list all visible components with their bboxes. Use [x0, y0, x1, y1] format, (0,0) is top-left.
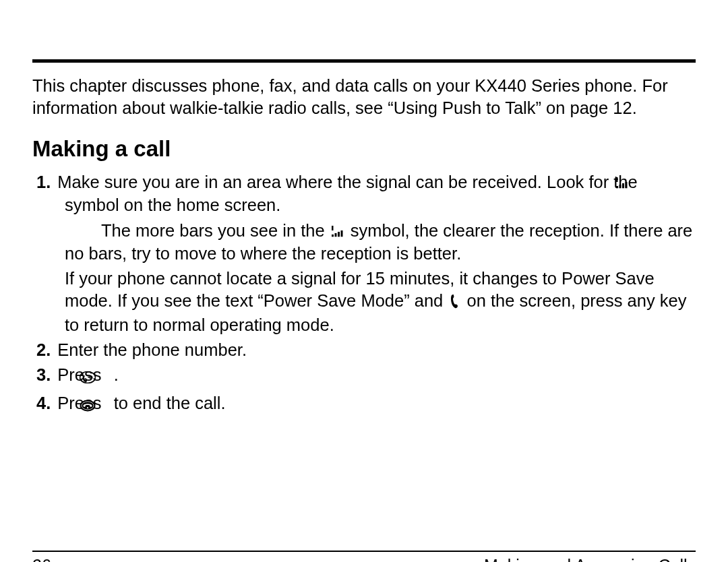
signal-icon	[331, 220, 344, 243]
step-1: 1.Make sure you are in an area where the…	[32, 171, 696, 216]
svg-point-10	[80, 372, 95, 383]
svg-rect-7	[334, 233, 336, 237]
page-footer: 26 Making and Answering Calls	[32, 551, 696, 562]
top-rule	[32, 59, 696, 63]
step-number: 1.	[36, 173, 51, 191]
sub1-a: The more bars you see in the	[101, 221, 330, 240]
svg-rect-0	[616, 177, 618, 182]
svg-rect-1	[616, 186, 618, 188]
page-number: 26	[32, 556, 51, 562]
step-4-b: to end the call.	[109, 394, 226, 412]
svg-rect-6	[332, 235, 334, 237]
step-1-sub-1: The more bars you see in the symbol, the…	[32, 220, 696, 265]
step-number: 4.	[36, 394, 51, 412]
step-1-a: Make sure you are in an area where the s…	[57, 173, 642, 191]
svg-rect-9	[340, 230, 342, 237]
step-2-text: Enter the phone number.	[57, 340, 247, 359]
section-heading: Making a call	[32, 136, 696, 162]
svg-rect-2	[619, 185, 621, 188]
svg-rect-5	[332, 226, 334, 230]
step-3-b: .	[109, 365, 119, 384]
phone-icon	[450, 292, 459, 314]
svg-point-13	[86, 407, 88, 408]
step-number: 3.	[36, 365, 51, 384]
bottom-rule	[32, 551, 696, 552]
step-1-b: symbol on the home screen.	[65, 195, 280, 214]
intro-paragraph: This chapter discusses phone, fax, and d…	[32, 75, 696, 119]
step-4: 4.Press to end the call.	[32, 392, 696, 417]
svg-rect-3	[622, 183, 624, 188]
step-3: 3.Press .	[32, 364, 696, 389]
step-number: 2.	[36, 340, 51, 359]
svg-rect-8	[338, 232, 340, 237]
step-1-sub-2: If your phone cannot locate a signal for…	[32, 268, 696, 336]
section-title: Making and Answering Calls	[484, 556, 696, 562]
svg-rect-4	[625, 182, 627, 188]
manual-page: This chapter discusses phone, fax, and d…	[32, 59, 696, 562]
step-2: 2.Enter the phone number.	[32, 339, 696, 361]
